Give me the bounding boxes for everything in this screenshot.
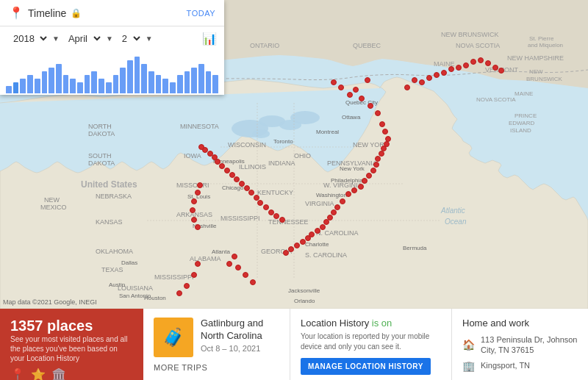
bar-9[interactable] — [70, 79, 76, 93]
home-address: 113 Peninsula Dr, Johnson City, TN 37615 — [481, 334, 578, 356]
home-icon: 🏠 — [462, 339, 475, 351]
location-dot-1 — [338, 85, 344, 90]
card-home-work: Home and work 🏠 113 Peninsula Dr, Johnso… — [452, 309, 588, 380]
svg-text:Bermuda: Bermuda — [403, 245, 427, 251]
location-dot-47 — [219, 163, 225, 169]
bar-10[interactable] — [77, 82, 83, 93]
bar-19[interactable] — [141, 64, 147, 93]
location-dot-78 — [195, 261, 201, 267]
location-dot-40 — [254, 195, 259, 201]
bar-4[interactable] — [35, 79, 40, 93]
year-select[interactable]: 2018 — [7, 31, 49, 46]
bar-23[interactable] — [170, 82, 176, 93]
svg-text:OHIO: OHIO — [294, 152, 311, 159]
places-icons: 📍 ⭐ 🏛️ — [10, 368, 133, 380]
bar-1[interactable] — [13, 82, 19, 93]
bottom-cards: 1357 places See your most visited places… — [0, 309, 588, 380]
day-arrow: ▼ — [146, 35, 153, 43]
bar-15[interactable] — [113, 75, 119, 93]
svg-text:Philadelphia: Philadelphia — [331, 177, 363, 184]
svg-text:TEXAS: TEXAS — [101, 266, 123, 273]
svg-text:Houston: Houston — [144, 295, 166, 301]
svg-text:PRINCE: PRINCE — [514, 112, 537, 119]
home-item: 🏠 113 Peninsula Dr, Johnson City, TN 376… — [462, 334, 578, 356]
date-controls: 2018 ▼ April ▼ 2 ▼ 📊 — [0, 26, 224, 51]
location-dot-70 — [448, 66, 454, 72]
location-dot-53 — [197, 182, 203, 188]
location-dot-8 — [379, 121, 385, 127]
today-button[interactable]: TODAY — [187, 9, 215, 18]
location-dot-54 — [195, 190, 201, 196]
bar-27[interactable] — [198, 64, 204, 93]
location-dot-37 — [268, 209, 274, 215]
svg-text:IOWA: IOWA — [184, 152, 201, 159]
location-dot-34 — [283, 250, 289, 256]
location-dot-6 — [368, 103, 373, 109]
bar-28[interactable] — [206, 71, 212, 93]
svg-text:BRUNSWICK: BRUNSWICK — [526, 76, 563, 82]
bar-26[interactable] — [191, 68, 197, 93]
bar-24[interactable] — [177, 75, 183, 93]
location-dot-52 — [198, 144, 204, 150]
bar-0[interactable] — [6, 86, 12, 93]
location-dot-5 — [365, 77, 370, 83]
bar-8[interactable] — [63, 75, 69, 93]
trip-info: Gatlinburg and North Carolina Oct 8 – 10… — [201, 318, 279, 353]
chart-icon[interactable]: 📊 — [202, 32, 217, 46]
location-dot-58 — [195, 224, 201, 230]
card-trips[interactable]: 🧳 Gatlinburg and North Carolina Oct 8 – … — [143, 309, 290, 380]
svg-text:NEW BRUNSWICK: NEW BRUNSWICK — [441, 31, 499, 38]
svg-text:VIRGINIA: VIRGINIA — [305, 200, 334, 207]
month-select[interactable]: April — [62, 31, 103, 46]
bar-21[interactable] — [156, 75, 162, 93]
bar-22[interactable] — [162, 79, 168, 93]
location-dot-65 — [412, 77, 417, 83]
location-dot-43 — [239, 181, 245, 187]
svg-text:New York: New York — [340, 165, 365, 172]
location-dot-80 — [184, 283, 190, 289]
bar-16[interactable] — [120, 68, 126, 93]
location-dot-27 — [320, 224, 326, 230]
more-trips-button[interactable]: MORE TRIPS — [154, 363, 207, 372]
timeline-panel: 📍 Timeline 🔒 TODAY 2018 ▼ April ▼ 2 ▼ 📊 — [0, 0, 224, 95]
bar-12[interactable] — [91, 71, 97, 93]
location-dot-59 — [235, 265, 241, 270]
card-places[interactable]: 1357 places See your most visited places… — [0, 309, 143, 380]
svg-text:KENTUCKY: KENTUCKY — [257, 189, 293, 196]
bar-5[interactable] — [42, 71, 48, 93]
location-dot-2 — [347, 92, 353, 98]
bar-14[interactable] — [106, 82, 112, 93]
work-icon: 🏢 — [462, 360, 475, 372]
svg-text:Jacksonville: Jacksonville — [288, 287, 320, 294]
year-arrow: ▼ — [52, 35, 60, 43]
location-dot-55 — [191, 198, 197, 204]
location-dot-0 — [331, 79, 337, 85]
svg-text:NOVA SCOTIA: NOVA SCOTIA — [456, 42, 500, 49]
svg-text:N. CAROLINA: N. CAROLINA — [316, 229, 359, 237]
bar-29[interactable] — [212, 75, 218, 93]
bar-11[interactable] — [85, 75, 90, 93]
bar-20[interactable] — [148, 71, 154, 93]
bar-7[interactable] — [56, 64, 62, 93]
timeline-title: Timeline — [28, 7, 66, 19]
bar-18[interactable] — [135, 57, 140, 93]
location-dot-68 — [434, 72, 440, 78]
location-dot-32 — [294, 243, 300, 248]
location-dot-72 — [463, 62, 469, 68]
location-dot-76 — [492, 65, 498, 71]
bar-13[interactable] — [98, 79, 104, 93]
bar-17[interactable] — [127, 60, 133, 93]
manage-location-history-button[interactable]: MANAGE LOCATION HISTORY — [301, 358, 431, 375]
bar-3[interactable] — [27, 75, 33, 93]
bar-25[interactable] — [184, 71, 190, 93]
bar-6[interactable] — [49, 68, 54, 93]
svg-text:ONTARIO: ONTARIO — [250, 42, 279, 49]
location-dot-17 — [366, 173, 372, 179]
svg-text:MINNESOTA: MINNESOTA — [180, 123, 219, 130]
work-location: Kingsport, TN — [481, 360, 530, 370]
bar-2[interactable] — [20, 79, 26, 93]
day-select[interactable]: 2 — [116, 31, 143, 46]
svg-text:NEW HAMPSHIRE: NEW HAMPSHIRE — [507, 54, 564, 62]
location-dot-60 — [243, 272, 248, 278]
location-dot-74 — [478, 57, 484, 63]
